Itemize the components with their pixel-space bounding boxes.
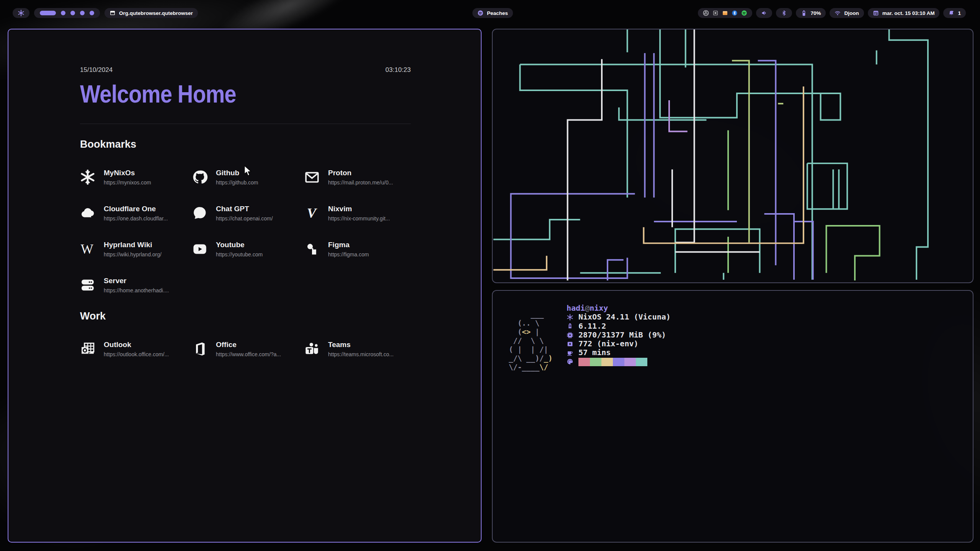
bookmark-item-proton[interactable]: Protonhttps://mail.proton.me/u/0... [304, 166, 416, 188]
bookmark-name: Server [104, 277, 169, 285]
battery-pill[interactable]: 70% [796, 8, 826, 18]
color-swatch [578, 358, 590, 366]
volume-pill[interactable] [756, 8, 772, 18]
window-title-pill[interactable]: Org.qutebrowser.qutebrowser [105, 8, 198, 18]
fetch-row-package: 772 (nix-env) [567, 339, 671, 348]
server-icon [80, 277, 95, 293]
fetch-value: NixOS 24.11 (Vicuna) [578, 313, 671, 321]
bookmark-name: Office [216, 341, 281, 349]
mynixos-icon [80, 170, 95, 185]
fetch-row-uptime: 57 mins [567, 348, 671, 357]
workspace-3[interactable] [70, 11, 75, 15]
color-swatch [624, 358, 636, 366]
bookmark-name: MyNixOs [104, 169, 151, 177]
startpage-time: 03:10:23 [385, 66, 411, 74]
fetch-host-line: hadi@nixy [567, 304, 671, 313]
nixos-snowflake-icon [18, 10, 24, 16]
x-app-icon[interactable] [712, 10, 719, 16]
workspaces-pill[interactable] [34, 8, 100, 18]
bookmark-item-figma[interactable]: Figmahttps://figma.com [304, 238, 416, 260]
bookmark-url: https://www.office.com/?a... [216, 351, 281, 357]
obs-icon[interactable] [703, 10, 709, 16]
tray-apps-pill[interactable] [698, 8, 752, 18]
bookmark-item-outlook[interactable]: Outlookhttps://outlook.office.com/... [80, 338, 192, 360]
bluetooth-blue-icon[interactable] [732, 10, 738, 16]
section-title-bookmarks: Bookmarks [80, 139, 411, 150]
bookmark-url: https://youtube.com [216, 251, 263, 258]
volume-icon [761, 10, 767, 16]
spotify-green-icon[interactable] [741, 10, 747, 16]
workspace-4[interactable] [80, 11, 85, 15]
bookmark-item-mynixos[interactable]: MyNixOshttps://mynixos.com [80, 166, 192, 188]
fetch-row-nix: NixOS 24.11 (Vicuna) [567, 313, 671, 321]
pipes-terminal-window[interactable] [492, 29, 973, 283]
teams-icon [304, 341, 320, 357]
fetch-row-memory: 2870/31377 MiB (9%) [567, 331, 671, 339]
github-icon [192, 170, 207, 185]
package-icon [567, 341, 573, 347]
battery-percent: 70% [810, 10, 821, 16]
fetch-value: 6.11.2 [578, 322, 606, 331]
files-icon[interactable] [722, 10, 728, 16]
tux-ascii-art: ___ (.. \ (<> | // \ \( | | /|_/\ __)/_)… [509, 310, 552, 372]
clock-pill[interactable]: mar. oct. 15 03:10 AM [868, 8, 940, 18]
bookmark-url: https://outlook.office.com/... [104, 351, 169, 357]
pipes-art [493, 29, 973, 282]
bookmark-url: https://chat.openai.com/ [216, 215, 273, 222]
window-title: Org.qutebrowser.qutebrowser [119, 10, 193, 16]
color-swatch [590, 358, 601, 366]
divider [80, 124, 411, 124]
uptime-icon [567, 349, 573, 356]
bookmark-item-hyprland-wiki[interactable]: WHyprland Wikihttps://wiki.hyprland.org/ [80, 238, 192, 260]
section-title-work: Work [80, 310, 411, 322]
palette-icon [567, 358, 573, 365]
notifications-pill[interactable]: 1 [943, 8, 966, 18]
bookmark-item-teams[interactable]: Teamshttps://teams.microsoft.co... [304, 338, 416, 360]
bookmark-url: https://github.com [216, 179, 258, 186]
fetch-value: 772 (nix-env) [578, 339, 639, 348]
nixvim-icon: V [304, 205, 320, 221]
svg-text:V: V [307, 205, 317, 221]
bookmark-url: https://figma.com [328, 251, 369, 258]
calendar-icon [873, 10, 879, 16]
bluetooth-pill[interactable] [776, 8, 792, 18]
workspace-1-active[interactable] [40, 11, 56, 15]
workspace-2[interactable] [61, 11, 65, 15]
wifi-icon [835, 10, 841, 16]
office-icon [192, 341, 207, 357]
notification-count: 1 [958, 10, 961, 16]
battery-icon [801, 10, 807, 16]
fetch-row-kernel: 6.11.2 [567, 322, 671, 331]
cloudflare-icon [80, 205, 95, 221]
workspace-5[interactable] [90, 11, 94, 15]
fetch-terminal-window[interactable]: ___ (.. \ (<> | // \ \( | | /|_/\ __)/_)… [492, 290, 973, 543]
bookmark-name: Nixvim [328, 205, 390, 213]
bookmark-url: https://wiki.hyprland.org/ [104, 251, 162, 258]
launcher-button[interactable] [13, 8, 29, 18]
bookmark-url: https://nix-community.git... [328, 215, 390, 222]
bookmark-item-chat-gpt[interactable]: Chat GPThttps://chat.openai.com/ [192, 202, 304, 224]
network-pill[interactable]: Djoon [830, 8, 864, 18]
memory-icon [567, 332, 573, 339]
spotify-icon [477, 10, 483, 16]
bookmark-item-server[interactable]: Serverhttps://home.anotherhadi.... [80, 274, 192, 296]
qutebrowser-window[interactable]: 15/10/2024 03:10:23 Welcome Home Bookmar… [8, 29, 482, 543]
bookmark-url: https://home.anotherhadi.... [104, 287, 169, 293]
bookmark-item-nixvim[interactable]: VNixvimhttps://nix-community.git... [304, 202, 416, 224]
bookmark-name: Outlook [104, 341, 169, 349]
bookmark-item-youtube[interactable]: Youtubehttps://youtube.com [192, 238, 304, 260]
mouse-cursor [244, 165, 252, 177]
bookmark-item-cloudflare-one[interactable]: Cloudflare Onehttps://one.dash.cloudflar… [80, 202, 192, 224]
datetime-label: mar. oct. 15 03:10 AM [882, 10, 935, 16]
bookmark-item-office[interactable]: Officehttps://www.office.com/?a... [192, 338, 304, 360]
nix-icon [567, 314, 573, 321]
color-swatch [613, 358, 624, 366]
media-player-pill[interactable]: Peaches [472, 8, 513, 18]
bookmark-url: https://teams.microsoft.co... [328, 351, 394, 357]
bell-icon [948, 10, 954, 16]
bookmark-name: Hyprland Wiki [104, 241, 162, 249]
svg-text:W: W [81, 242, 93, 257]
outlook-icon [80, 341, 95, 357]
chatgpt-icon [192, 205, 207, 221]
bookmark-name: Proton [328, 169, 393, 177]
